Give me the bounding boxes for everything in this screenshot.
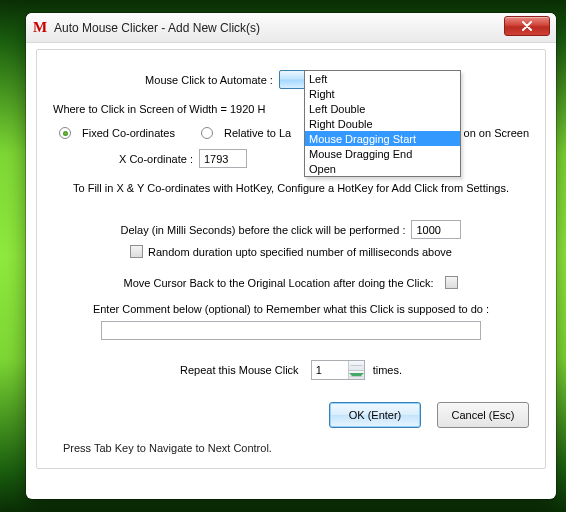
label-relative: Relative to La xyxy=(224,127,291,139)
dropdown-item-right-double[interactable]: Right Double xyxy=(305,116,460,131)
group-box: Mouse Click to Automate : Where to Click… xyxy=(36,49,546,469)
close-icon xyxy=(521,21,533,31)
label-random: Random duration upto specified number of… xyxy=(148,246,452,258)
spinner-up[interactable] xyxy=(349,361,364,371)
click-type-dropdown[interactable]: Left Right Left Double Right Double Mous… xyxy=(304,70,461,177)
repeat-spinner[interactable]: 1 xyxy=(311,360,365,380)
chevron-down-icon xyxy=(349,373,364,377)
row-comment-input xyxy=(53,321,529,340)
dropdown-item-drag-start[interactable]: Mouse Dragging Start xyxy=(305,131,460,146)
label-automate: Mouse Click to Automate : xyxy=(145,74,279,86)
repeat-value[interactable]: 1 xyxy=(312,361,348,379)
row-hotkey-hint: To Fill in X & Y Co-ordinates with HotKe… xyxy=(53,182,529,194)
radio-fixed[interactable] xyxy=(59,127,71,139)
dropdown-item-left[interactable]: Left xyxy=(305,71,460,86)
row-delay: Delay (in Milli Seconds) before the clic… xyxy=(53,220,529,239)
content-area: Mouse Click to Automate : Where to Click… xyxy=(26,43,556,479)
row-moveback: Move Cursor Back to the Original Locatio… xyxy=(53,276,529,289)
spinner-down[interactable] xyxy=(349,371,364,380)
comment-input[interactable] xyxy=(101,321,481,340)
dropdown-item-drag-end[interactable]: Mouse Dragging End xyxy=(305,146,460,161)
button-bar: OK (Enter) Cancel (Esc) xyxy=(53,402,529,428)
window-title: Auto Mouse Clicker - Add New Click(s) xyxy=(54,21,260,35)
row-random: Random duration upto specified number of… xyxy=(53,245,529,258)
dialog-window: M Auto Mouse Clicker - Add New Click(s) … xyxy=(26,13,556,499)
label-xcoord: X Co-ordinate : xyxy=(119,153,199,165)
dropdown-item-right[interactable]: Right xyxy=(305,86,460,101)
move-back-checkbox[interactable] xyxy=(445,276,458,289)
dropdown-item-open[interactable]: Open xyxy=(305,161,460,176)
dropdown-item-left-double[interactable]: Left Double xyxy=(305,101,460,116)
row-comment-hint: Enter Comment below (optional) to Rememb… xyxy=(53,303,529,315)
label-fixed: Fixed Co-ordinates xyxy=(82,127,175,139)
x-coord-input[interactable]: 1793 xyxy=(199,149,247,168)
label-tab-hint: Press Tab Key to Navigate to Next Contro… xyxy=(63,442,272,454)
row-repeat: Repeat this Mouse Click 1 times. xyxy=(53,360,529,380)
radio-relative[interactable] xyxy=(201,127,213,139)
delay-input[interactable]: 1000 xyxy=(411,220,461,239)
chevron-up-icon xyxy=(349,365,364,366)
label-delay: Delay (in Milli Seconds) before the clic… xyxy=(121,224,412,236)
label-repeat-post: times. xyxy=(373,364,402,376)
label-where: Where to Click in Screen of Width = 1920… xyxy=(53,103,265,115)
titlebar: M Auto Mouse Clicker - Add New Click(s) xyxy=(26,13,556,43)
random-duration-checkbox[interactable] xyxy=(130,245,143,258)
label-moveback: Move Cursor Back to the Original Locatio… xyxy=(124,277,440,289)
label-repeat-pre: Repeat this Mouse Click xyxy=(180,364,305,376)
ok-button[interactable]: OK (Enter) xyxy=(329,402,421,428)
close-button[interactable] xyxy=(504,16,550,36)
cancel-button[interactable]: Cancel (Esc) xyxy=(437,402,529,428)
label-on-screen: on on Screen xyxy=(464,127,529,139)
label-comment-hint: Enter Comment below (optional) to Rememb… xyxy=(93,303,489,315)
spinner-buttons xyxy=(348,361,364,379)
label-hotkey-hint: To Fill in X & Y Co-ordinates with HotKe… xyxy=(73,182,509,194)
app-icon: M xyxy=(32,20,48,36)
